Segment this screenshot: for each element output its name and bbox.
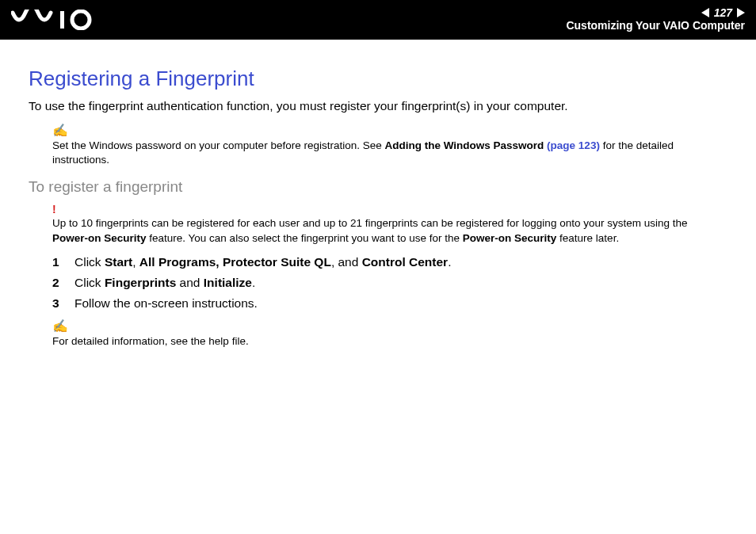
step-item: 2 Click Fingerprints and Initialize. bbox=[52, 276, 724, 290]
pencil-icon: ✍ bbox=[52, 124, 724, 137]
svg-point-1 bbox=[72, 11, 90, 29]
step-item: 1 Click Start, All Programs, Protector S… bbox=[52, 255, 724, 269]
step-text: Click Fingerprints and Initialize. bbox=[74, 276, 255, 290]
page-title: Registering a Fingerprint bbox=[29, 67, 724, 91]
next-page-arrow-icon[interactable] bbox=[737, 8, 745, 17]
warning-block: ! Up to 10 fingerprints can be registere… bbox=[52, 204, 724, 245]
note-text-2: For detailed information, see the help f… bbox=[52, 334, 724, 349]
pencil-icon: ✍ bbox=[52, 320, 724, 333]
step-number: 2 bbox=[52, 276, 63, 290]
prev-page-arrow-icon[interactable] bbox=[701, 8, 709, 17]
vaio-logo bbox=[11, 10, 114, 30]
step-text: Click Start, All Programs, Protector Sui… bbox=[74, 255, 451, 269]
intro-paragraph: To use the fingerprint authentication fu… bbox=[29, 99, 724, 113]
note-block-2: ✍ For detailed information, see the help… bbox=[52, 320, 724, 349]
svg-rect-0 bbox=[60, 11, 64, 29]
page-link-123[interactable]: (page 123) bbox=[547, 139, 600, 151]
note-link-label: Adding the Windows Password bbox=[384, 139, 547, 151]
header-bar: 127 Customizing Your VAIO Computer bbox=[0, 0, 756, 40]
step-text: Follow the on-screen instructions. bbox=[74, 296, 258, 311]
page-number: 127 bbox=[714, 7, 732, 18]
note-block-1: ✍ Set the Windows password on your compu… bbox=[52, 124, 724, 167]
page-content: Registering a Fingerprint To use the fin… bbox=[0, 40, 756, 349]
warning-icon: ! bbox=[52, 204, 724, 215]
step-number: 3 bbox=[52, 296, 63, 311]
page-nav: 127 bbox=[566, 7, 745, 18]
steps-list: 1 Click Start, All Programs, Protector S… bbox=[52, 255, 724, 311]
warning-text: Up to 10 fingerprints can be registered … bbox=[52, 216, 724, 245]
subheading: To register a fingerprint bbox=[29, 178, 724, 196]
step-item: 3 Follow the on-screen instructions. bbox=[52, 296, 724, 311]
note-text-1: Set the Windows password on your compute… bbox=[52, 139, 724, 167]
header-right: 127 Customizing Your VAIO Computer bbox=[566, 7, 745, 32]
header-section-title: Customizing Your VAIO Computer bbox=[566, 20, 745, 32]
step-number: 1 bbox=[52, 255, 63, 269]
